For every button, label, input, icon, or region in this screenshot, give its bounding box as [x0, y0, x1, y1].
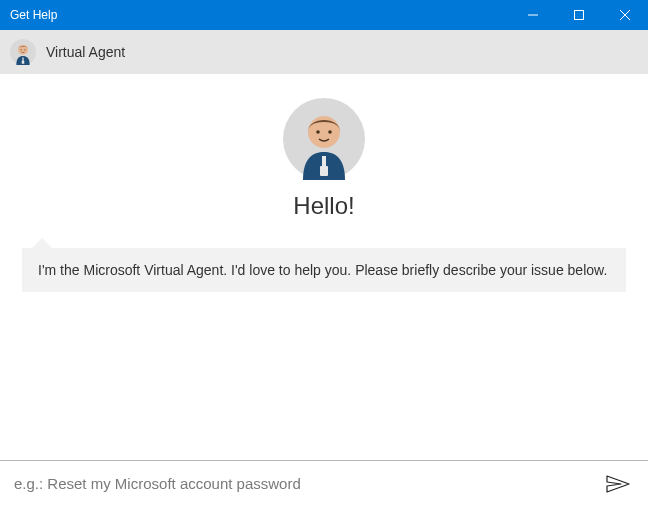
titlebar: Get Help	[0, 0, 648, 30]
chat-message: I'm the Microsoft Virtual Agent. I'd lov…	[22, 248, 626, 292]
maximize-icon	[574, 10, 584, 20]
virtual-agent-avatar-large-icon	[283, 98, 365, 180]
window-controls	[510, 0, 648, 30]
header-bar: Virtual Agent	[0, 30, 648, 74]
svg-rect-6	[22, 61, 25, 64]
send-icon	[606, 475, 630, 493]
message-input[interactable]	[14, 461, 592, 506]
minimize-button[interactable]	[510, 0, 556, 30]
maximize-button[interactable]	[556, 0, 602, 30]
send-button[interactable]	[602, 471, 634, 497]
chat-area: I'm the Microsoft Virtual Agent. I'd lov…	[0, 248, 648, 292]
chat-content: Hello! I'm the Microsoft Virtual Agent. …	[0, 74, 648, 460]
input-bar	[0, 460, 648, 506]
svg-rect-12	[320, 166, 328, 176]
window-title: Get Help	[0, 8, 57, 22]
chat-bubble: I'm the Microsoft Virtual Agent. I'd lov…	[22, 248, 626, 292]
svg-point-8	[21, 49, 22, 50]
header-subtitle: Virtual Agent	[46, 44, 125, 60]
virtual-agent-avatar-icon	[10, 39, 36, 65]
close-button[interactable]	[602, 0, 648, 30]
svg-rect-5	[22, 57, 23, 60]
svg-rect-11	[322, 156, 326, 166]
greeting-text: Hello!	[293, 192, 354, 220]
svg-rect-1	[575, 11, 584, 20]
svg-point-9	[24, 49, 25, 50]
bubble-tail	[32, 238, 52, 248]
close-icon	[620, 10, 630, 20]
minimize-icon	[528, 10, 538, 20]
svg-point-14	[316, 130, 320, 134]
svg-point-15	[328, 130, 332, 134]
